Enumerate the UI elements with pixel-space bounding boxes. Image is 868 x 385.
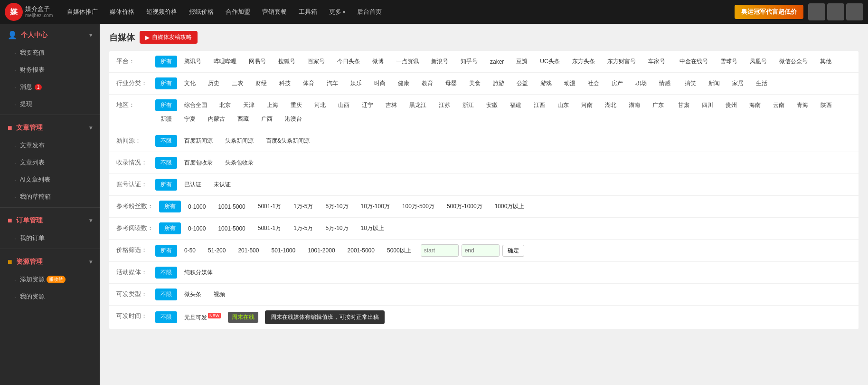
post-time-tag-newyear[interactable]: 元旦可发NEW: [179, 311, 226, 324]
industry-tag-health[interactable]: 健康: [393, 77, 415, 89]
industry-tag-home[interactable]: 家居: [727, 77, 749, 89]
region-tag-shandong[interactable]: 山东: [552, 99, 574, 111]
post-type-tag-video[interactable]: 视频: [208, 289, 230, 300]
region-tag-national[interactable]: 综合全国: [179, 99, 212, 111]
region-tag-shanxi[interactable]: 山西: [333, 99, 355, 111]
sidebar-section-articles[interactable]: ■ 文章管理 ▾: [0, 117, 100, 137]
region-tag-guangxi[interactable]: 广西: [256, 113, 278, 125]
industry-tag-ent[interactable]: 娱乐: [345, 77, 367, 89]
price-tag-1001-2000[interactable]: 1001-2000: [302, 245, 340, 256]
industry-tag-game[interactable]: 游戏: [535, 77, 557, 89]
platform-tag-douban[interactable]: 豆瓣: [511, 56, 533, 67]
region-tag-fujian[interactable]: 福建: [505, 99, 527, 111]
post-time-tag-nolimit[interactable]: 不限: [155, 311, 177, 323]
sidebar-item-messages[interactable]: · 消息 1: [0, 78, 100, 96]
region-tag-hainan[interactable]: 海南: [744, 99, 766, 111]
sidebar-item-recharge[interactable]: · 我要充值: [0, 44, 100, 61]
reads-tag-10w+[interactable]: 10万以上: [356, 222, 389, 234]
inclusion-tag-nolimit[interactable]: 不限: [155, 157, 177, 169]
industry-tag-news[interactable]: 新闻: [703, 77, 725, 89]
news-source-tag-baidu[interactable]: 百度新闻源: [179, 135, 218, 147]
active-media-tag-nolimit[interactable]: 不限: [155, 267, 177, 279]
logo-area[interactable]: 媒 媒介盒子 meijhezi.com: [5, 3, 53, 21]
industry-tag-all[interactable]: 所有: [155, 77, 177, 89]
reads-tag-1w-5w[interactable]: 1万-5万: [288, 222, 318, 234]
platform-tag-jinri[interactable]: 今日头条: [332, 56, 365, 67]
sidebar-section-orders[interactable]: ■ 订单管理 ▾: [0, 210, 100, 230]
reads-tag-0-1000[interactable]: 0-1000: [183, 223, 211, 234]
reads-tag-1001-5000[interactable]: 1001-5000: [213, 223, 250, 234]
platform-tag-xinlang[interactable]: 新浪号: [426, 56, 453, 67]
price-confirm-button[interactable]: 确定: [502, 245, 524, 257]
platform-tag-dongfang[interactable]: 东方头条: [567, 56, 600, 67]
reads-tag-5001-1w[interactable]: 5001-1万: [253, 222, 286, 234]
region-tag-hebei[interactable]: 河北: [309, 99, 331, 111]
region-tag-guizhou[interactable]: 贵州: [720, 99, 742, 111]
platform-tag-dongfangcf[interactable]: 东方财富号: [602, 56, 641, 67]
platform-tag-wangyi[interactable]: 网易号: [244, 56, 271, 67]
platform-tag-zaker[interactable]: zaker: [485, 57, 509, 67]
auth-tag-verified[interactable]: 已认证: [179, 179, 207, 191]
price-tag-51-200[interactable]: 51-200: [203, 245, 231, 256]
price-start-input[interactable]: [421, 244, 459, 257]
nav-gongju[interactable]: 工具箱: [294, 5, 322, 19]
inclusion-tag-toutiao[interactable]: 头条包收录: [220, 157, 259, 169]
region-tag-gangao[interactable]: 港澳台: [280, 113, 307, 125]
price-tag-0-50[interactable]: 0-50: [179, 245, 201, 256]
guide-button[interactable]: ▶ 自媒体发稿攻略: [140, 31, 198, 44]
industry-tag-career[interactable]: 职场: [630, 77, 652, 89]
platform-tag-zhihu[interactable]: 知乎号: [455, 56, 483, 67]
region-tag-xizang[interactable]: 西藏: [232, 113, 254, 125]
region-tag-henan[interactable]: 河南: [576, 99, 598, 111]
region-tag-neimenggu[interactable]: 内蒙古: [203, 113, 230, 125]
post-type-tag-nolimit[interactable]: 不限: [155, 289, 177, 300]
industry-tag-travel[interactable]: 旅游: [488, 77, 509, 89]
platform-tag-weibo[interactable]: 微博: [367, 56, 389, 67]
industry-tag-food[interactable]: 美食: [464, 77, 486, 89]
region-tag-shaanxi[interactable]: 陕西: [815, 99, 837, 111]
region-tag-jiangsu[interactable]: 江苏: [434, 99, 455, 111]
post-type-tag-weitt[interactable]: 微头条: [179, 289, 207, 300]
platform-tag-all[interactable]: 所有: [155, 56, 177, 67]
industry-tag-culture[interactable]: 文化: [179, 77, 201, 89]
nav-backend[interactable]: 后台首页: [352, 5, 387, 19]
price-end-input[interactable]: [462, 244, 500, 257]
active-media-tag-pure[interactable]: 纯积分媒体: [179, 267, 218, 279]
sidebar-section-resources[interactable]: ■ 资源管理 ▾: [0, 251, 100, 271]
nav-hezuo[interactable]: 合作加盟: [221, 5, 255, 19]
region-tag-sichuan[interactable]: 四川: [697, 99, 718, 111]
region-tag-jilin[interactable]: 吉林: [380, 99, 402, 111]
region-tag-qinghai[interactable]: 青海: [792, 99, 813, 111]
nav-duanshipin[interactable]: 短视频价格: [142, 5, 182, 19]
region-tag-hubei[interactable]: 湖北: [600, 99, 622, 111]
sidebar-item-add-resource[interactable]: · 添加资源 赚收益: [0, 271, 100, 288]
promo-banner[interactable]: 奥运冠军代言超低价: [735, 5, 803, 19]
platform-tag-fenghuang[interactable]: 凤凰号: [745, 56, 772, 67]
region-tag-yunnan[interactable]: 云南: [768, 99, 790, 111]
region-tag-ningxia[interactable]: 宁夏: [179, 113, 201, 125]
sidebar-item-withdraw[interactable]: · 提现: [0, 96, 100, 113]
platform-tag-zhongjin[interactable]: 中金在线号: [674, 56, 713, 67]
platform-tag-weixin[interactable]: 微信公众号: [774, 56, 813, 67]
industry-tag-tech[interactable]: 科技: [274, 77, 296, 89]
region-tag-heilong[interactable]: 黑龙江: [404, 99, 432, 111]
industry-tag-edu[interactable]: 教育: [416, 77, 438, 89]
industry-tag-agriculture[interactable]: 三农: [226, 77, 248, 89]
post-time-tag-weekend[interactable]: 周末在线: [228, 312, 258, 323]
industry-tag-charity[interactable]: 公益: [511, 77, 533, 89]
price-tag-5000+[interactable]: 5000以上: [382, 245, 416, 257]
reads-tag-5w-10w[interactable]: 5万-10万: [320, 222, 353, 234]
region-tag-beijing[interactable]: 北京: [214, 99, 236, 111]
fans-tag-10w-100w[interactable]: 10万-100万: [356, 201, 395, 212]
industry-tag-fashion[interactable]: 时尚: [369, 77, 391, 89]
industry-tag-emotion[interactable]: 情感: [654, 77, 676, 89]
sidebar-item-ai-list[interactable]: · AI文章列表: [0, 171, 100, 188]
region-tag-chongqing[interactable]: 重庆: [285, 99, 307, 111]
industry-tag-estate[interactable]: 房产: [606, 77, 628, 89]
sidebar-item-article-list[interactable]: · 文章列表: [0, 154, 100, 171]
region-tag-jiangxi[interactable]: 江西: [528, 99, 550, 111]
inclusion-tag-baidu[interactable]: 百度包收录: [179, 157, 218, 169]
industry-tag-anime[interactable]: 动漫: [559, 77, 581, 89]
fans-tag-5w-10w[interactable]: 5万-10万: [320, 201, 353, 212]
industry-tag-society[interactable]: 社会: [583, 77, 604, 89]
